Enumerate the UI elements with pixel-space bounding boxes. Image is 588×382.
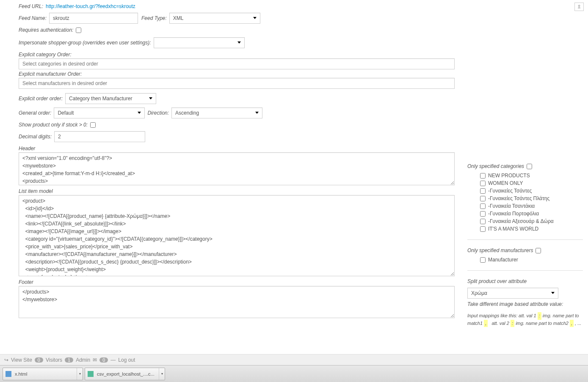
decimal-input[interactable] bbox=[54, 131, 145, 142]
category-item: WOMEN ONLY bbox=[480, 180, 583, 186]
feed-url-label: Feed URL: bbox=[19, 3, 43, 9]
direction-select[interactable]: Ascending bbox=[171, 107, 262, 118]
category-item: IT'S A MAN'S WORLD bbox=[480, 226, 583, 232]
requires-auth-label: Requires authentication: bbox=[19, 27, 73, 33]
footer-textarea[interactable] bbox=[19, 286, 455, 318]
feed-name-label: Feed Name: bbox=[19, 15, 47, 21]
explicit-cat-input[interactable] bbox=[19, 58, 455, 69]
impersonate-select[interactable] bbox=[154, 37, 245, 48]
category-label: -Γυναικεία Τσαντάκια bbox=[488, 203, 535, 209]
category-item: -Γυναικεία Αξεσουάρ & Δώρα bbox=[480, 218, 583, 224]
split-select[interactable]: Χρώμα bbox=[467, 288, 558, 299]
category-label: -Γυναικεία Αξεσουάρ & Δώρα bbox=[488, 218, 554, 224]
category-item: NEW PRODUCTS bbox=[480, 173, 583, 179]
explicit-order-label: Explicit order order: bbox=[19, 96, 63, 102]
feed-type-label: Feed Type: bbox=[141, 15, 167, 21]
header-label: Header bbox=[19, 146, 455, 151]
take-img-label: Take different image based attribute val… bbox=[467, 301, 580, 307]
mapping-pre: Input mappings like this: att. val 1 bbox=[467, 313, 536, 318]
split-label: Split product over attribute bbox=[467, 278, 583, 284]
category-label: -Γυναικεία Πορτοφόλια bbox=[488, 211, 539, 217]
decimal-label: Decimal digits: bbox=[19, 134, 52, 140]
explicit-order-select[interactable]: Category then Manufacturer bbox=[65, 93, 156, 104]
manufacturer-checkbox[interactable] bbox=[480, 257, 486, 263]
list-item-textarea[interactable] bbox=[19, 195, 455, 276]
category-label: IT'S A MAN'S WORLD bbox=[488, 226, 538, 232]
feed-url-link[interactable]: http://leather-touch.gr/?feedxhc=skroutz bbox=[46, 3, 135, 9]
general-order-label: General order: bbox=[19, 110, 51, 116]
category-item: -Γυναικεία Τσαντάκια bbox=[480, 203, 583, 209]
only-mfr-checkbox[interactable] bbox=[536, 248, 541, 253]
category-checkbox[interactable] bbox=[480, 181, 486, 186]
general-order-select[interactable]: Default bbox=[54, 107, 145, 118]
list-item-label: List item model bbox=[19, 188, 455, 194]
impersonate-label: Impersonate shopper-group (overrides eve… bbox=[19, 40, 151, 46]
show-stock-label: Show product only if stock > 0: bbox=[19, 122, 88, 128]
category-checkbox[interactable] bbox=[480, 226, 486, 232]
mapping-comma2: , bbox=[570, 320, 574, 327]
category-checkbox[interactable] bbox=[480, 173, 486, 179]
explicit-mfr-input[interactable] bbox=[19, 78, 455, 89]
category-checkbox[interactable] bbox=[480, 196, 486, 201]
show-stock-checkbox[interactable] bbox=[90, 122, 96, 128]
mapping-colon: : bbox=[538, 312, 541, 320]
requires-auth-checkbox[interactable] bbox=[76, 27, 81, 33]
category-label: NEW PRODUCTS bbox=[488, 173, 530, 179]
explicit-cat-label: Explicit category Order: bbox=[19, 52, 455, 58]
feed-type-select[interactable]: XML bbox=[169, 13, 260, 24]
category-item: -Γυναικείες Τσάντες bbox=[480, 188, 583, 194]
only-mfr-label: Only specified manufacturers bbox=[467, 247, 533, 253]
mapping-dots: , ... bbox=[575, 321, 581, 326]
header-textarea[interactable] bbox=[19, 152, 455, 185]
only-cats-checkbox[interactable] bbox=[527, 164, 532, 169]
only-cats-label: Only specified categories bbox=[467, 163, 524, 169]
mapping-comma: , bbox=[484, 320, 488, 327]
mapping-mid2: att. val 2 bbox=[491, 321, 509, 326]
category-label: -Γυναικείες Τσάντες bbox=[488, 188, 532, 194]
category-item: -Γυναικείες Τσάντες Πλάτης bbox=[480, 195, 583, 201]
category-checkbox[interactable] bbox=[480, 188, 486, 194]
manufacturer-label: Manufacturer bbox=[488, 257, 518, 263]
manufacturer-item: Manufacturer bbox=[480, 257, 583, 263]
anchor-icon[interactable]: ⇭ bbox=[574, 3, 584, 11]
category-checkbox[interactable] bbox=[480, 203, 486, 209]
direction-label: Direction: bbox=[147, 110, 169, 116]
explicit-mfr-label: Explicit manufacturer Order: bbox=[19, 71, 455, 77]
category-label: -Γυναικείες Τσάντες Πλάτης bbox=[488, 195, 549, 201]
category-item: -Γυναικεία Πορτοφόλια bbox=[480, 211, 583, 217]
mapping-mid3: img. name part to match2 bbox=[516, 321, 569, 326]
footer-label: Footer bbox=[19, 279, 455, 285]
category-label: WOMEN ONLY bbox=[488, 180, 523, 186]
category-checkbox[interactable] bbox=[480, 219, 486, 224]
mapping-colon2: : bbox=[511, 320, 514, 327]
feed-name-input[interactable] bbox=[49, 13, 138, 24]
category-checkbox[interactable] bbox=[480, 211, 486, 217]
